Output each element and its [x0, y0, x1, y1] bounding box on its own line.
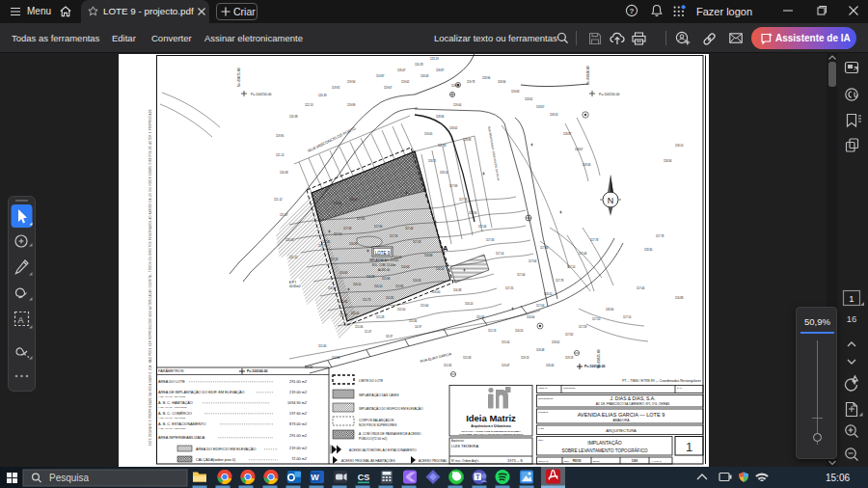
svg-text:T: T — [475, 474, 480, 480]
svg-text:116.00: 116.00 — [432, 290, 441, 294]
svg-text:121.12: 121.12 — [274, 198, 283, 202]
svg-text:120.08: 120.08 — [285, 238, 294, 242]
svg-text:ACESSO PEDONAL ÀS HABITAÇÕES: ACESSO PEDONAL ÀS HABITAÇÕES — [341, 458, 395, 463]
svg-text:115.64: 115.64 — [420, 304, 429, 308]
svg-text:117.44: 117.44 — [637, 286, 645, 290]
svg-text:N=-89920.00: N=-89920.00 — [586, 66, 590, 85]
svg-text:N=-89075.00: N=-89075.00 — [237, 68, 241, 87]
svg-text:117.56: 117.56 — [469, 211, 477, 215]
svg-text:118.67: 118.67 — [536, 105, 545, 109]
svg-text:P=-100160.00: P=-100160.00 — [584, 365, 606, 368]
svg-text:121.12: 121.12 — [289, 256, 298, 259]
svg-text:ESTE DESENHO E PROPRIEDADE DA: ESTE DESENHO E PROPRIEDADE DA IDEIA MATR… — [149, 109, 152, 446]
svg-text:873.00 m2: 873.00 m2 — [289, 422, 307, 426]
svg-text:A: A — [443, 244, 448, 253]
svg-text:115.39: 115.39 — [339, 313, 348, 317]
svg-text:LOTE 9: LOTE 9 — [375, 251, 391, 256]
svg-text:117.44: 117.44 — [517, 273, 526, 277]
svg-text:16: 16 — [847, 313, 857, 324]
svg-text:118.48: 118.48 — [536, 348, 545, 352]
svg-text:219.00 m2: 219.00 m2 — [289, 391, 307, 394]
svg-text:PARÂMETROS:: PARÂMETROS: — [158, 368, 184, 373]
svg-text:118.30: 118.30 — [606, 308, 614, 312]
svg-text:117.19: 117.19 — [390, 234, 398, 238]
svg-text:117.44: 117.44 — [478, 225, 487, 229]
svg-text:Á. B. C. COMÉRCIO: Á. B. C. COMÉRCIO — [158, 411, 192, 416]
svg-text:(ART. ALVARÁ=198.00M2): (ART. ALVARÁ=198.00M2) — [158, 417, 186, 420]
svg-text:ACESSO AUTOMÓVEL AO ESTACIONAM: ACESSO AUTOMÓVEL AO ESTACIONAMENTO — [349, 447, 417, 452]
svg-text:115.54: 115.54 — [502, 340, 510, 344]
svg-text:IMPLANTAÇÃO DO EDIFÍCIO EM ELE: IMPLANTAÇÃO DO EDIFÍCIO EM ELEVAÇÃO — [359, 406, 423, 411]
svg-text:ÁREA DO LOTE: ÁREA DO LOTE — [158, 380, 185, 384]
svg-text:116.38: 116.38 — [453, 288, 462, 292]
svg-text:116.88: 116.88 — [675, 296, 684, 300]
svg-text:115.82: 115.82 — [339, 300, 348, 304]
svg-text:VERSÃO: VERSÃO — [538, 387, 547, 389]
svg-text:118.40: 118.40 — [546, 364, 555, 367]
svg-text:12.07: 12.07 — [365, 330, 371, 334]
svg-text:115.06: 115.06 — [355, 325, 364, 329]
svg-text:CALÇADA(sobre piso 0): CALÇADA(sobre piso 0) — [196, 458, 236, 462]
svg-text:IMPLANTAÇÃO DAS CAVES: IMPLANTAÇÃO DAS CAVES — [359, 393, 399, 397]
svg-text:116.28: 116.28 — [366, 275, 375, 279]
svg-text:117.85: 117.85 — [357, 217, 366, 221]
svg-text:AV. DE. FRANCISCO SA CARNEIRO,: AV. DE. FRANCISCO SA CARNEIRO, Nº5, 5ºG,… — [596, 402, 669, 406]
svg-text:CORPOS BALANÇADOS: CORPOS BALANÇADOS — [359, 419, 394, 422]
svg-text:116.63: 116.63 — [339, 271, 348, 275]
svg-text:117.35: 117.35 — [322, 240, 331, 244]
svg-text:123.23: 123.23 — [430, 57, 439, 61]
svg-text:115.40: 115.40 — [351, 312, 360, 315]
svg-text:115.96: 115.96 — [382, 277, 391, 281]
svg-text:RUA ELIAS GARCIA: RUA ELIAS GARCIA — [420, 352, 452, 364]
svg-text:115.74: 115.74 — [488, 329, 497, 333]
svg-text:18.37: 18.37 — [386, 335, 393, 339]
svg-text:119.05: 119.05 — [424, 132, 433, 136]
svg-text:?: ? — [630, 7, 635, 15]
svg-text:Arquitectura e Urbanismo: Arquitectura e Urbanismo — [471, 424, 511, 428]
svg-text:PROJETO: PROJETO — [538, 411, 549, 413]
svg-text:122.13: 122.13 — [305, 103, 313, 107]
svg-text:118.62: 118.62 — [525, 97, 533, 101]
svg-text:ARQUITECTURA: ARQUITECTURA — [606, 428, 637, 433]
svg-text:118.53: 118.53 — [550, 113, 558, 117]
svg-text:SOBRE LEVANTAMENTO TOPOGRÁFI: SOBRE LEVANTAMENTO TOPOGRÁFICO — [561, 447, 648, 453]
svg-text:40.65m2: 40.65m2 — [289, 285, 301, 288]
svg-text:117.64: 117.64 — [529, 259, 537, 263]
svg-text:115.58: 115.58 — [463, 356, 472, 360]
svg-text:118.10: 118.10 — [544, 292, 553, 296]
svg-text:118.34: 118.34 — [664, 159, 672, 163]
svg-text:FAX:214365878 - EMAIL:GERAL@ID: FAX:214365878 - EMAIL:GERAL@IDEIAMATRIZ.… — [459, 433, 525, 436]
svg-text:118.44: 118.44 — [334, 202, 342, 205]
svg-text:119.47: 119.47 — [502, 364, 510, 367]
svg-text:119.84: 119.84 — [451, 84, 460, 88]
svg-text:119.62: 119.62 — [401, 80, 410, 84]
svg-text:W: W — [311, 473, 319, 482]
svg-text:RUA BRANCAAMP JOSE ANDRE DA SI: RUA BRANCAAMP JOSE ANDRE DA SILVA — [487, 125, 501, 180]
svg-text:119.92: 119.92 — [332, 86, 340, 90]
svg-text:120.38: 120.38 — [289, 115, 298, 119]
svg-text:115.35: 115.35 — [444, 364, 452, 367]
svg-text:117.33: 117.33 — [486, 238, 495, 242]
svg-text:115.85: 115.85 — [386, 296, 394, 300]
svg-text:117.10: 117.10 — [334, 232, 342, 236]
svg-text:A=591.00: A=591.00 — [378, 268, 390, 272]
svg-text:SOL. COM. 15.00m: SOL. COM. 15.00m — [372, 263, 396, 267]
svg-text:117.62: 117.62 — [565, 333, 574, 337]
svg-text:119.67: 119.67 — [384, 86, 393, 90]
svg-text:AVENIDA ELIAS GARCIA — LOT: AVENIDA ELIAS GARCIA — LOTE 9 — [578, 412, 665, 418]
svg-text:RUA VASCONCELOS PORTO: RUA VASCONCELOS PORTO — [307, 125, 356, 152]
svg-text:117.30: 117.30 — [374, 225, 383, 229]
svg-text:115.30: 115.30 — [409, 319, 418, 323]
svg-text:117.76: 117.76 — [459, 198, 468, 202]
svg-text:LUIS TEIXEIRA: LUIS TEIXEIRA — [451, 444, 478, 448]
svg-text:219.00 m2: 219.00 m2 — [289, 447, 307, 450]
svg-text:119.78: 119.78 — [467, 80, 475, 84]
svg-text:120.08: 120.08 — [280, 171, 288, 175]
svg-text:118.34: 118.34 — [583, 163, 591, 167]
svg-text:118.02: 118.02 — [552, 340, 560, 344]
svg-text:PEÇA: PEÇA — [538, 439, 544, 442]
svg-text:A: A — [18, 315, 24, 325]
svg-text:116.63: 116.63 — [401, 265, 410, 269]
svg-text:121.12: 121.12 — [276, 153, 285, 157]
svg-text:1975 – S: 1975 – S — [507, 458, 523, 463]
